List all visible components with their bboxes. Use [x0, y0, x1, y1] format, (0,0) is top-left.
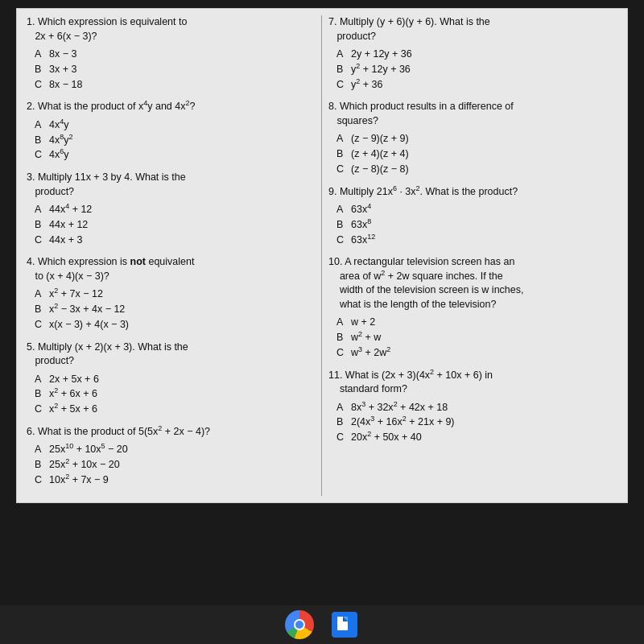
q7-option-b: By2 + 12y + 36	[336, 62, 617, 77]
worksheet: 1. Which expression is equivalent to 2x …	[16, 8, 628, 503]
q5-text: 5. Multiply (x + 2)(x + 3). What is the …	[27, 341, 315, 369]
q8-option-b: B(z + 4)(z + 4)	[336, 147, 617, 162]
q7-option-a: A2y + 12y + 36	[336, 47, 617, 62]
q11-option-a: A8x3 + 32x2 + 42x + 18	[336, 400, 617, 415]
q2-options: A4x4y B4x8y2 C4x6y	[27, 118, 315, 163]
q3-option-a: A44x4 + 12	[35, 202, 315, 217]
q4-option-b: Bx2 − 3x + 4x − 12	[35, 302, 315, 317]
q9-text: 9. Multiply 21x6 · 3x2. What is the prod…	[328, 185, 617, 200]
q9-option-a: A63x4	[336, 202, 617, 217]
q2-text: 2. What is the product of x4y and 4x2?	[27, 100, 315, 114]
files-taskbar-icon[interactable]	[330, 610, 359, 639]
q5-option-a: A2x + 5x + 6	[35, 372, 315, 387]
q6-options: A25x10 + 10x5 − 20 B25x2 + 10x − 20 C10x…	[27, 442, 315, 487]
q5-option-b: Bx2 + 6x + 6	[35, 386, 315, 402]
question-4: 4. Which expression is not equivalent to…	[27, 255, 315, 332]
q11-option-c: C20x2 + 50x + 40	[336, 430, 617, 445]
question-9: 9. Multiply 21x6 · 3x2. What is the prod…	[328, 185, 617, 248]
q4-options: Ax2 + 7x − 12 Bx2 − 3x + 4x − 12 Cx(x − …	[27, 287, 315, 332]
q7-options: A2y + 12y + 36 By2 + 12y + 36 Cy2 + 36	[328, 47, 617, 92]
question-7: 7. Multiply (y + 6)(y + 6). What is the …	[328, 15, 617, 92]
question-8: 8. Which product results in a difference…	[328, 100, 617, 176]
q3-option-b: B44x + 12	[35, 217, 315, 233]
q11-option-b: B2(4x3 + 16x2 + 21x + 9)	[336, 415, 617, 430]
q10-option-b: Bw2 + w	[336, 330, 617, 345]
q10-option-a: Aw + 2	[336, 315, 617, 330]
q5-option-c: Cx2 + 5x + 6	[35, 402, 315, 417]
q8-option-a: A(z − 9)(z + 9)	[336, 131, 617, 147]
q2-option-b: B4x8y2	[35, 133, 315, 148]
q2-option-a: A4x4y	[35, 118, 315, 133]
q1-number: 1. Which expression is equivalent to	[27, 16, 187, 27]
q3-option-c: C44x + 3	[35, 233, 315, 248]
files-svg	[336, 616, 353, 634]
q9-option-c: C63x12	[336, 233, 617, 248]
q4-option-a: Ax2 + 7x − 12	[35, 287, 315, 302]
q3-text: 3. Multiply 11x + 3 by 4. What is the pr…	[27, 171, 315, 199]
q6-option-c: C10x2 + 7x − 9	[35, 473, 315, 488]
question-1: 1. Which expression is equivalent to 2x …	[27, 15, 315, 92]
q11-options: A8x3 + 32x2 + 42x + 18 B2(4x3 + 16x2 + 2…	[328, 400, 617, 445]
taskbar	[0, 605, 644, 644]
q8-option-c: C(z − 8)(z − 8)	[336, 162, 617, 177]
question-2: 2. What is the product of x4y and 4x2? A…	[27, 100, 315, 163]
files-icon-shape	[332, 612, 357, 638]
q9-option-b: B63x8	[336, 217, 617, 233]
q11-text: 11. What is (2x + 3)(4x2 + 10x + 6) in s…	[328, 369, 617, 397]
q8-text: 8. Which product results in a difference…	[328, 100, 617, 128]
q1-expr: 2x + 6(x − 3)?	[27, 31, 97, 42]
q1-options: A8x − 3 B3x + 3 C8x − 18	[27, 47, 315, 92]
q10-option-c: Cw3 + 2w2	[336, 345, 617, 361]
chrome-taskbar-icon[interactable]	[285, 610, 314, 639]
q8-options: A(z − 9)(z + 9) B(z + 4)(z + 4) C(z − 8)…	[328, 131, 617, 176]
q3-options: A44x4 + 12 B44x + 12 C44x + 3	[27, 202, 315, 247]
q7-option-c: Cy2 + 36	[336, 77, 617, 93]
q4-option-c: Cx(x − 3) + 4(x − 3)	[35, 317, 315, 332]
q10-text: 10. A rectangular television screen has …	[328, 255, 617, 312]
q2-option-c: C4x6y	[35, 147, 315, 163]
screen-container: 1. Which expression is equivalent to 2x …	[0, 0, 644, 644]
q5-options: A2x + 5x + 6 Bx2 + 6x + 6 Cx2 + 5x + 6	[27, 372, 315, 417]
question-10: 10. A rectangular television screen has …	[328, 255, 617, 360]
q7-text: 7. Multiply (y + 6)(y + 6). What is the …	[328, 15, 617, 43]
q6-option-a: A25x10 + 10x5 − 20	[35, 442, 315, 457]
q1-option-a: A8x − 3	[35, 47, 315, 62]
q4-text: 4. Which expression is not equivalent to…	[27, 255, 315, 283]
question-5: 5. Multiply (x + 2)(x + 3). What is the …	[27, 341, 315, 417]
chrome-center-dot	[295, 621, 303, 629]
q6-text: 6. What is the product of 5(5x2 + 2x − 4…	[27, 425, 315, 440]
question-3: 3. Multiply 11x + 3 by 4. What is the pr…	[27, 171, 315, 247]
q9-options: A63x4 B63x8 C63x12	[328, 202, 617, 247]
left-column: 1. Which expression is equivalent to 2x …	[20, 15, 322, 496]
question-6: 6. What is the product of 5(5x2 + 2x − 4…	[27, 425, 315, 488]
question-11: 11. What is (2x + 3)(4x2 + 10x + 6) in s…	[328, 369, 617, 445]
q1-text: 1. Which expression is equivalent to 2x …	[27, 15, 315, 43]
q1-option-c: C8x − 18	[35, 77, 315, 93]
right-column: 7. Multiply (y + 6)(y + 6). What is the …	[322, 15, 624, 496]
q6-option-b: B25x2 + 10x − 20	[35, 457, 315, 473]
q10-options: Aw + 2 Bw2 + w Cw3 + 2w2	[328, 315, 617, 360]
q1-option-b: B3x + 3	[35, 62, 315, 77]
